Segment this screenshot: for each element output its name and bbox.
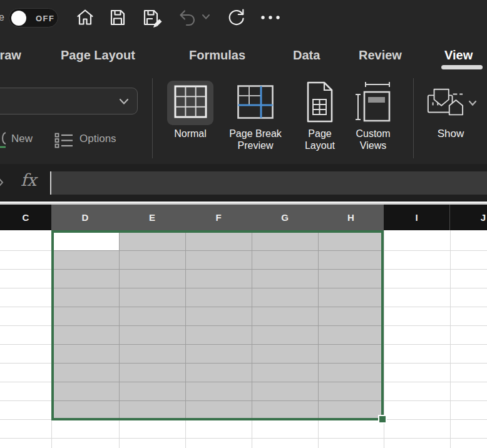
tab-review[interactable]: Review (359, 48, 402, 63)
save-icon[interactable] (107, 7, 128, 28)
save-as-icon[interactable] (141, 7, 165, 28)
normal-label: Normal (166, 128, 215, 140)
gridline-horizontal (54, 325, 381, 326)
page-layout-view-button[interactable]: Page Layout (295, 81, 344, 151)
group-divider (152, 78, 153, 158)
active-cell[interactable] (54, 233, 119, 250)
home-icon[interactable] (74, 7, 96, 28)
gridline-horizontal (54, 363, 381, 364)
ribbon-view-group: New Options (0, 72, 487, 164)
active-tab-underline (441, 65, 483, 69)
more-icon[interactable] (260, 14, 280, 21)
page-layout-doc-icon (305, 81, 334, 126)
tab-page-layout[interactable]: Page Layout (61, 48, 135, 63)
custom-views-label: Custom Views (346, 128, 401, 151)
toggle-knob (11, 11, 26, 26)
fx-icon[interactable]: fx (21, 170, 36, 190)
column-header-f[interactable]: F (185, 205, 252, 230)
column-header-row: C D E F G H I J (0, 205, 487, 230)
selected-range[interactable] (51, 230, 384, 420)
tab-formulas[interactable]: Formulas (189, 48, 245, 63)
sheet-view-dropdown[interactable] (0, 88, 138, 115)
page-layout-label: Page Layout (295, 128, 344, 151)
gridline-horizontal (54, 382, 381, 382)
show-checkboxes-icon (425, 86, 464, 120)
group-divider (413, 78, 414, 158)
fill-handle[interactable] (378, 415, 387, 424)
normal-view-button[interactable]: Normal (166, 81, 215, 140)
column-header-j[interactable]: J (450, 205, 487, 230)
page-break-preview-icon (237, 84, 274, 122)
worksheet-grid[interactable] (0, 230, 487, 448)
show-label: Show (421, 128, 481, 140)
ribbon-tab-bar: Draw Page Layout Formulas Data Review Vi… (0, 36, 487, 72)
column-header-i[interactable]: I (384, 205, 450, 230)
excel-window: e OFF (0, 0, 487, 448)
formula-bar: fx (0, 164, 487, 201)
new-button[interactable]: New (11, 133, 33, 145)
gridline-vertical (450, 230, 451, 448)
chevron-down-icon (119, 96, 129, 108)
redo-icon[interactable] (225, 7, 247, 28)
page-break-preview-label: Page Break Preview (217, 128, 294, 151)
normal-grid-icon (173, 84, 208, 121)
gridline-horizontal (54, 344, 381, 345)
gridline-vertical (252, 233, 252, 418)
undo-icon[interactable] (177, 7, 198, 28)
custom-views-icon (354, 81, 392, 126)
toggle-off-label: OFF (36, 14, 55, 23)
gridline-vertical (318, 233, 319, 418)
column-header-h[interactable]: H (318, 205, 384, 230)
quick-access-toolbar: e OFF (0, 0, 487, 36)
undo-dropdown-icon[interactable] (202, 14, 210, 20)
tab-draw[interactable]: Draw (0, 48, 21, 63)
new-sheet-view-icon (0, 130, 6, 150)
show-group-button[interactable]: Show (421, 81, 481, 140)
gridline-horizontal (54, 250, 381, 251)
gridline-horizontal (0, 438, 487, 439)
options-icon (54, 133, 73, 149)
autosave-partial-text: e (0, 12, 4, 23)
column-header-c[interactable]: C (0, 205, 51, 230)
page-break-preview-button[interactable]: Page Break Preview (217, 81, 294, 151)
tab-data[interactable]: Data (293, 48, 320, 63)
custom-views-button[interactable]: Custom Views (346, 81, 401, 151)
namebox-chevron-icon (0, 178, 4, 190)
gridline-horizontal (54, 288, 381, 288)
gridline-vertical (119, 233, 120, 418)
show-dropdown-chevron-icon[interactable] (468, 98, 477, 109)
formula-input[interactable] (50, 171, 487, 195)
gridline-horizontal (54, 400, 381, 401)
column-header-d[interactable]: D (51, 205, 119, 230)
gridline-horizontal (54, 307, 381, 307)
column-header-e[interactable]: E (119, 205, 185, 230)
column-header-g[interactable]: G (252, 205, 318, 230)
options-button[interactable]: Options (79, 133, 116, 145)
tab-view[interactable]: View (444, 48, 473, 63)
gridline-horizontal (54, 269, 381, 270)
autosave-toggle[interactable]: OFF (9, 8, 58, 28)
gridline-vertical (185, 233, 186, 418)
